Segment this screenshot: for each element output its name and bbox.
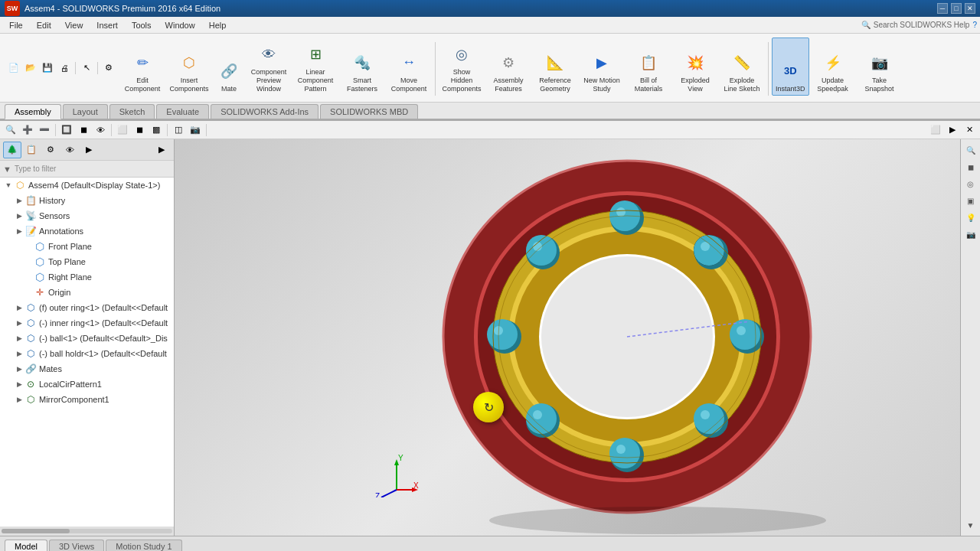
config-btn[interactable]: ⚙ bbox=[41, 142, 60, 158]
property-btn[interactable]: 📋 bbox=[22, 142, 41, 158]
insert-components-btn[interactable]: ⬡ Insert Components bbox=[166, 37, 212, 96]
tab-3d-views[interactable]: 3D Views bbox=[49, 540, 104, 551]
take-snapshot-btn[interactable]: 📷 Take Snapshot bbox=[857, 37, 903, 96]
open-btn[interactable]: 📂 bbox=[23, 60, 38, 76]
tab-model[interactable]: Model bbox=[5, 540, 47, 551]
view-orient-btn[interactable]: 🔲 bbox=[59, 122, 74, 138]
edit-component-btn[interactable]: ✏ Edit Component bbox=[119, 37, 165, 96]
instant3d-btn[interactable]: 3D Instant3D bbox=[772, 37, 809, 96]
select-btn[interactable]: ↖ bbox=[79, 60, 94, 76]
tree-root[interactable]: ▼ ⬡ Assem4 (Default<Display State-1>) bbox=[0, 178, 174, 193]
ball-icon: ⬡ bbox=[24, 332, 37, 344]
tree-inner-expand[interactable]: ▶ bbox=[14, 318, 24, 328]
nav-forward-btn[interactable]: ▶ bbox=[152, 142, 171, 158]
tree-local-cir-pattern[interactable]: ▶ ⊙ LocalCirPattern1 bbox=[0, 377, 174, 392]
display-btn[interactable]: 👁 bbox=[60, 142, 79, 158]
tree-ball-expand[interactable]: ▶ bbox=[14, 333, 24, 344]
panel-close-btn[interactable]: ✕ bbox=[962, 122, 977, 138]
tree-mates[interactable]: ▶ 🔗 Mates bbox=[0, 361, 174, 377]
update-speedpak-btn[interactable]: ⚡ Update Speedpak bbox=[810, 37, 856, 96]
tree-top-plane[interactable]: ⬡ Top Plane bbox=[0, 254, 174, 269]
hide-show-btn[interactable]: 👁 bbox=[93, 122, 108, 138]
bill-of-materials-btn[interactable]: 📋 Bill of Materials bbox=[626, 37, 671, 96]
motion-btn[interactable]: ▶ bbox=[80, 142, 98, 158]
preview-window-btn[interactable]: 👁 Component Preview Window bbox=[246, 37, 292, 96]
shaded-btn[interactable]: ◼ bbox=[132, 122, 147, 138]
tree-ball[interactable]: ▶ ⬡ (-) ball<1> (Default<<Default>_Dis bbox=[0, 331, 174, 346]
tab-addins[interactable]: SOLIDWORKS Add-Ins bbox=[211, 104, 318, 119]
rp-display-btn[interactable]: ◼ bbox=[963, 159, 978, 174]
save-btn[interactable]: 💾 bbox=[40, 60, 55, 76]
camera-btn[interactable]: 📷 bbox=[188, 122, 203, 138]
zoom-to-fit-btn[interactable]: 🔍 bbox=[3, 122, 18, 138]
zoom-in-btn[interactable]: ➕ bbox=[20, 122, 35, 138]
tab-evaluate[interactable]: Evaluate bbox=[156, 104, 209, 119]
display-style-btn[interactable]: ◼ bbox=[76, 122, 91, 138]
reference-geometry-btn[interactable]: 📐 Reference Geometry bbox=[532, 37, 578, 96]
assembly-features-btn[interactable]: ⚙ Assembly Features bbox=[485, 37, 531, 96]
tree-right-plane[interactable]: ⬡ Right Plane bbox=[0, 269, 174, 285]
tab-assembly[interactable]: Assembly bbox=[5, 104, 61, 119]
panel-right-btn[interactable]: ▶ bbox=[945, 122, 960, 138]
tree-front-plane[interactable]: ⬡ Front Plane bbox=[0, 239, 174, 254]
new-btn[interactable]: 📄 bbox=[6, 60, 21, 76]
section-view-btn[interactable]: ◫ bbox=[171, 122, 186, 138]
zoom-out-btn[interactable]: ➖ bbox=[37, 122, 52, 138]
tree-ball-holder[interactable]: ▶ ⬡ (-) ball holdr<1> (Default<<Default bbox=[0, 346, 174, 361]
mate-btn[interactable]: 🔗 Mate bbox=[213, 37, 245, 96]
expand-btn[interactable]: ⬜ bbox=[928, 122, 943, 138]
wireframe-btn[interactable]: ⬜ bbox=[115, 122, 130, 138]
rp-camera-btn[interactable]: 📷 bbox=[963, 227, 978, 242]
tree-mirror-component[interactable]: ▶ ⬡ MirrorComponent1 bbox=[0, 392, 174, 407]
tree-annotations[interactable]: ▶ 📝 Annotations bbox=[0, 223, 174, 239]
show-hidden-btn[interactable]: ◎ Show Hidden Components bbox=[439, 37, 485, 96]
menu-help[interactable]: Help bbox=[203, 19, 233, 31]
maximize-button[interactable]: □ bbox=[951, 3, 962, 14]
tree-inner-ring[interactable]: ▶ ⬡ (-) inner ring<1> (Default<<Default bbox=[0, 315, 174, 331]
tree-mates-expand[interactable]: ▶ bbox=[14, 364, 24, 374]
tab-sketch[interactable]: Sketch bbox=[109, 104, 155, 119]
tab-motion-study-1[interactable]: Motion Study 1 bbox=[106, 540, 181, 551]
tree-annotations-expand[interactable]: ▶ bbox=[14, 226, 24, 236]
menu-insert[interactable]: Insert bbox=[90, 19, 124, 31]
tree-history-expand[interactable]: ▶ bbox=[14, 195, 24, 206]
titlebar-controls[interactable]: ─ □ ✕ bbox=[937, 3, 975, 14]
menu-file[interactable]: File bbox=[3, 19, 29, 31]
tree-holder-expand[interactable]: ▶ bbox=[14, 348, 24, 359]
smart-fasteners-btn[interactable]: 🔩 Smart Fasteners bbox=[339, 37, 385, 96]
rp-filter-btn[interactable]: 🔍 bbox=[963, 142, 978, 158]
tree-history[interactable]: ▶ 📋 History bbox=[0, 193, 174, 208]
tab-layout[interactable]: Layout bbox=[63, 104, 108, 119]
rp-bottom-btn[interactable]: ▼ bbox=[963, 517, 978, 533]
tree-origin[interactable]: ✛ Origin bbox=[0, 285, 174, 300]
menu-view[interactable]: View bbox=[59, 19, 90, 31]
tree-pattern-expand[interactable]: ▶ bbox=[14, 379, 24, 390]
move-component-btn[interactable]: ↔ Move Component bbox=[386, 37, 432, 96]
feature-tree-btn[interactable]: 🌲 bbox=[3, 142, 21, 158]
explode-line-btn[interactable]: 📏 Explode Line Sketch bbox=[719, 37, 765, 96]
viewport[interactable]: ↻ Y X Z bbox=[175, 139, 960, 536]
print-btn[interactable]: 🖨 bbox=[57, 60, 72, 76]
shaded-edges-btn[interactable]: ▩ bbox=[149, 122, 164, 138]
options-btn[interactable]: ⚙ bbox=[101, 60, 116, 76]
tree-outer-expand[interactable]: ▶ bbox=[14, 302, 24, 313]
tab-mbd[interactable]: SOLIDWORKS MBD bbox=[320, 104, 418, 119]
linear-pattern-btn[interactable]: ⊞ Linear Component Pattern bbox=[292, 37, 338, 96]
tree-origin-label: Origin bbox=[48, 288, 70, 297]
tree-root-expand[interactable]: ▼ bbox=[3, 180, 14, 191]
close-button[interactable]: ✕ bbox=[965, 3, 975, 14]
new-motion-study-btn[interactable]: ▶ New Motion Study bbox=[579, 37, 625, 96]
tree-mirror-expand[interactable]: ▶ bbox=[14, 394, 24, 405]
rp-scene-btn[interactable]: ◎ bbox=[963, 176, 978, 191]
tree-sensors-expand[interactable]: ▶ bbox=[14, 210, 24, 221]
menu-edit[interactable]: Edit bbox=[31, 19, 57, 31]
sidebar-scrollbar[interactable] bbox=[0, 527, 174, 536]
menu-tools[interactable]: Tools bbox=[126, 19, 158, 31]
rp-light-btn[interactable]: 💡 bbox=[963, 210, 978, 225]
menu-window[interactable]: Window bbox=[159, 19, 201, 31]
exploded-view-btn[interactable]: 💥 Exploded View bbox=[672, 37, 718, 96]
tree-outer-ring[interactable]: ▶ ⬡ (f) outer ring<1> (Default<<Default bbox=[0, 300, 174, 315]
rp-view-btn[interactable]: ▣ bbox=[963, 193, 978, 208]
minimize-button[interactable]: ─ bbox=[937, 3, 948, 14]
tree-sensors[interactable]: ▶ 📡 Sensors bbox=[0, 208, 174, 223]
